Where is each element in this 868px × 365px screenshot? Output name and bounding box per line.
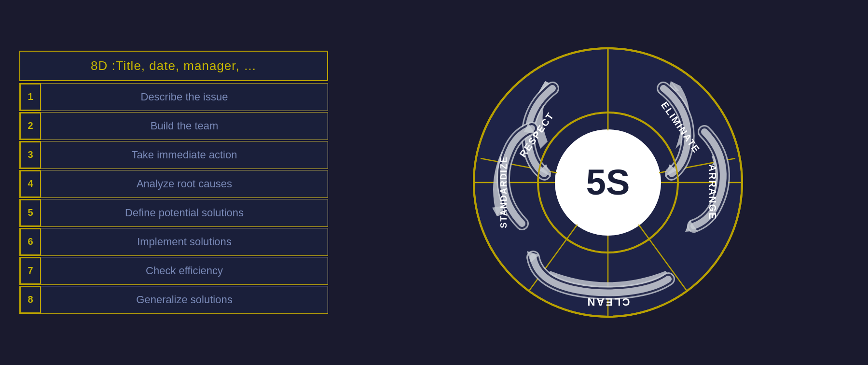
- section-clean: CLEAN: [586, 296, 630, 308]
- wheel-center-label: 5S: [586, 162, 630, 202]
- list-item: 7Check efficiency: [19, 257, 328, 285]
- item-number: 5: [20, 199, 41, 226]
- item-label: Build the team: [41, 112, 328, 140]
- title-box: 8D :Title, date, manager, …: [19, 51, 328, 81]
- item-number: 6: [20, 228, 41, 255]
- item-label: Generalize solutions: [41, 286, 328, 313]
- item-number: 4: [20, 170, 41, 197]
- item-label: Analyze root causes: [41, 170, 328, 197]
- section-standardize: STANDARDIZE: [499, 156, 509, 228]
- item-number: 8: [20, 286, 41, 313]
- list-item: 8Generalize solutions: [19, 286, 328, 314]
- items-list: 1Describe the issue2Build the team3Take …: [19, 83, 328, 315]
- list-item: 6Implement solutions: [19, 228, 328, 256]
- item-number: 3: [20, 141, 41, 168]
- wheel-container: 5S: [468, 42, 748, 323]
- list-item: 5Define potential solutions: [19, 199, 328, 227]
- list-item: 3Take immediate action: [19, 141, 328, 169]
- item-label: Check efficiency: [41, 257, 328, 284]
- item-label: Take immediate action: [41, 141, 328, 168]
- item-label: Define potential solutions: [41, 199, 328, 226]
- item-label: Describe the issue: [41, 84, 328, 111]
- right-panel: 5S: [347, 33, 868, 332]
- left-panel: 8D :Title, date, manager, … 1Describe th…: [0, 36, 347, 329]
- 5s-wheel: 5S: [468, 42, 748, 323]
- item-label: Implement solutions: [41, 228, 328, 255]
- list-item: 2Build the team: [19, 112, 328, 140]
- item-number: 1: [20, 84, 41, 111]
- list-item: 4Analyze root causes: [19, 170, 328, 198]
- item-number: 7: [20, 257, 41, 284]
- list-item: 1Describe the issue: [19, 83, 328, 111]
- item-number: 2: [20, 112, 41, 140]
- section-arrange: ARRANGE: [707, 164, 718, 220]
